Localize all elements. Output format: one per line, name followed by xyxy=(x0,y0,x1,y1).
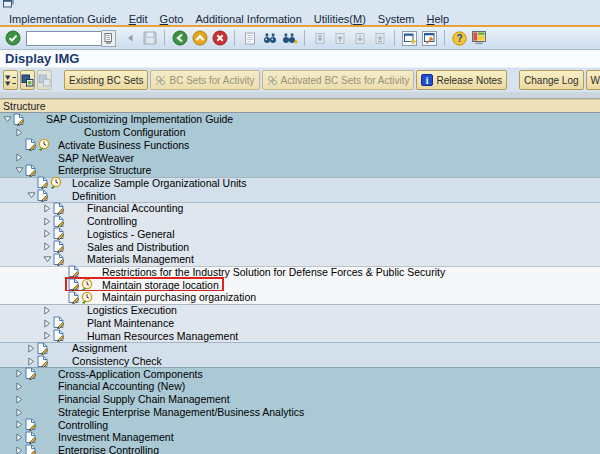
img-activity-icon[interactable] xyxy=(38,138,51,151)
tree-item-label[interactable]: Logistics Execution xyxy=(87,304,177,316)
where-else-used-button[interactable]: Where Else Used xyxy=(586,70,600,90)
menu-system[interactable]: System xyxy=(378,13,415,25)
tree-row[interactable]: Enterprise Structure xyxy=(0,164,600,177)
tree-item-label[interactable]: Restrictions for the Industry Solution f… xyxy=(102,266,445,278)
img-doc-icon[interactable] xyxy=(37,176,50,189)
img-activity-icon[interactable] xyxy=(50,176,63,189)
enter-button[interactable] xyxy=(3,29,22,48)
menu-implementation-guide[interactable]: Implementation Guide xyxy=(9,13,117,25)
tree-item-label[interactable]: Logistics - General xyxy=(87,228,175,240)
tree-row[interactable]: Maintain purchasing organization xyxy=(0,291,600,304)
img-doc-icon[interactable] xyxy=(25,164,38,177)
menu-help[interactable]: Help xyxy=(427,13,450,25)
tree-row[interactable]: Activate Business Functions xyxy=(0,138,600,151)
menu-additional-information[interactable]: Additional Information xyxy=(195,13,301,25)
change-log-button[interactable]: Change Log xyxy=(519,70,584,90)
customize-layout-button[interactable] xyxy=(470,29,489,48)
exit-button[interactable] xyxy=(190,29,209,48)
tree-row[interactable]: Enterprise Controlling xyxy=(0,444,600,454)
tree-row[interactable]: Strategic Enterprise Management/Business… xyxy=(0,406,600,419)
img-doc-icon[interactable] xyxy=(13,113,26,126)
collapse-node-arrow-icon[interactable] xyxy=(43,255,52,263)
img-doc-icon[interactable] xyxy=(25,444,38,454)
expand-node-arrow-icon[interactable] xyxy=(43,331,51,340)
command-history-button[interactable] xyxy=(102,30,116,47)
img-doc-icon[interactable] xyxy=(53,227,66,240)
expand-node-arrow-icon[interactable] xyxy=(27,357,35,366)
expand-node-arrow-icon[interactable] xyxy=(15,420,23,429)
img-doc-icon[interactable] xyxy=(68,278,81,291)
tree-item-label[interactable]: Activate Business Functions xyxy=(58,139,189,151)
img-activity-icon[interactable] xyxy=(81,278,94,291)
expand-subtree-button[interactable] xyxy=(3,70,18,90)
tree-row[interactable]: Controlling xyxy=(0,215,600,228)
tree-row[interactable]: Custom Configuration xyxy=(0,126,600,139)
expand-node-arrow-icon[interactable] xyxy=(43,242,51,251)
tree-item-label[interactable]: Enterprise Structure xyxy=(58,164,151,176)
tree-item-label[interactable]: Maintain purchasing organization xyxy=(102,291,256,303)
tree-row[interactable]: Consistency Check xyxy=(0,355,600,368)
tree-item-label[interactable]: SAP NetWeaver xyxy=(58,152,134,164)
tree-row[interactable]: Sales and Distribution xyxy=(0,240,600,253)
img-doc-icon[interactable] xyxy=(25,138,38,151)
tree-item-label[interactable]: Assignment xyxy=(72,342,127,354)
tree-item-label[interactable]: Sales and Distribution xyxy=(87,241,189,253)
command-field-input[interactable] xyxy=(26,31,102,46)
tree-item-label[interactable]: Controlling xyxy=(87,215,137,227)
img-activity-icon[interactable] xyxy=(81,291,94,304)
new-session-button[interactable] xyxy=(400,29,419,48)
expand-node-arrow-icon[interactable] xyxy=(43,319,51,328)
tree-item-label[interactable]: Definition xyxy=(72,190,116,202)
tree-row[interactable]: Logistics - General xyxy=(0,227,600,240)
cancel-button[interactable] xyxy=(210,29,229,48)
expand-node-arrow-icon[interactable] xyxy=(43,217,51,226)
existing-bc-sets-button[interactable]: Existing BC Sets xyxy=(64,70,148,90)
img-doc-icon[interactable] xyxy=(53,316,66,329)
tree-item-label[interactable]: Plant Maintenance xyxy=(87,317,174,329)
img-doc-icon[interactable] xyxy=(53,253,66,266)
menu-utilities-m[interactable]: Utilities(M) xyxy=(314,13,366,25)
collapse-node-arrow-icon[interactable] xyxy=(15,166,24,174)
tree-row[interactable]: SAP Customizing Implementation Guide xyxy=(0,113,600,126)
back-button[interactable] xyxy=(170,29,189,48)
tree-row[interactable]: Financial Accounting xyxy=(0,202,600,215)
img-doc-icon[interactable] xyxy=(53,215,66,228)
tree-row[interactable]: Controlling xyxy=(0,418,600,431)
tree-item-label[interactable]: Enterprise Controlling xyxy=(58,444,159,454)
tree-item-label[interactable]: Cross-Application Components xyxy=(58,368,203,380)
expand-node-arrow-icon[interactable] xyxy=(43,204,51,213)
collapse-node-arrow-icon[interactable] xyxy=(27,191,36,199)
tree-row[interactable]: Plant Maintenance xyxy=(0,317,600,330)
expand-node-arrow-icon[interactable] xyxy=(15,369,23,378)
tree-row[interactable]: Financial Supply Chain Management xyxy=(0,393,600,406)
tree-item-label[interactable]: Financial Accounting xyxy=(87,202,183,214)
img-doc-icon[interactable] xyxy=(25,418,38,431)
system-menu-icon[interactable] xyxy=(3,0,14,12)
tree-item-label[interactable]: Financial Supply Chain Management xyxy=(58,393,230,405)
tree-row[interactable]: Localize Sample Organizational Units xyxy=(0,177,600,190)
tree-row[interactable]: Logistics Execution xyxy=(0,304,600,317)
img-doc-icon[interactable] xyxy=(53,240,66,253)
release-notes-button[interactable]: iRelease Notes xyxy=(416,70,507,90)
tree-row[interactable]: Definition xyxy=(0,189,600,202)
expand-node-arrow-icon[interactable] xyxy=(15,433,23,442)
expand-node-arrow-icon[interactable] xyxy=(15,128,23,137)
expand-node-arrow-icon[interactable] xyxy=(27,344,35,353)
tree-row[interactable]: Assignment xyxy=(0,342,600,355)
find-next-button[interactable] xyxy=(280,29,299,48)
expand-node-arrow-icon[interactable] xyxy=(15,382,23,391)
expand-node-arrow-icon[interactable] xyxy=(43,229,51,238)
tree-item-label[interactable]: Consistency Check xyxy=(72,355,162,367)
tree-item-label[interactable]: Investment Management xyxy=(58,431,174,443)
tree-item-label[interactable]: Custom Configuration xyxy=(84,126,186,138)
tree-item-label[interactable]: Human Resources Management xyxy=(87,330,238,342)
menu-goto[interactable]: Goto xyxy=(160,13,184,25)
img-doc-icon[interactable] xyxy=(53,329,66,342)
expand-node-arrow-icon[interactable] xyxy=(15,395,23,404)
collapse-toolbar-button[interactable] xyxy=(120,29,139,48)
print-button[interactable] xyxy=(240,29,259,48)
expand-node-arrow-icon[interactable] xyxy=(15,408,23,417)
img-doc-icon[interactable] xyxy=(25,431,38,444)
tree-item-label[interactable]: Localize Sample Organizational Units xyxy=(72,177,247,189)
tree-row[interactable]: Human Resources Management xyxy=(0,329,600,342)
